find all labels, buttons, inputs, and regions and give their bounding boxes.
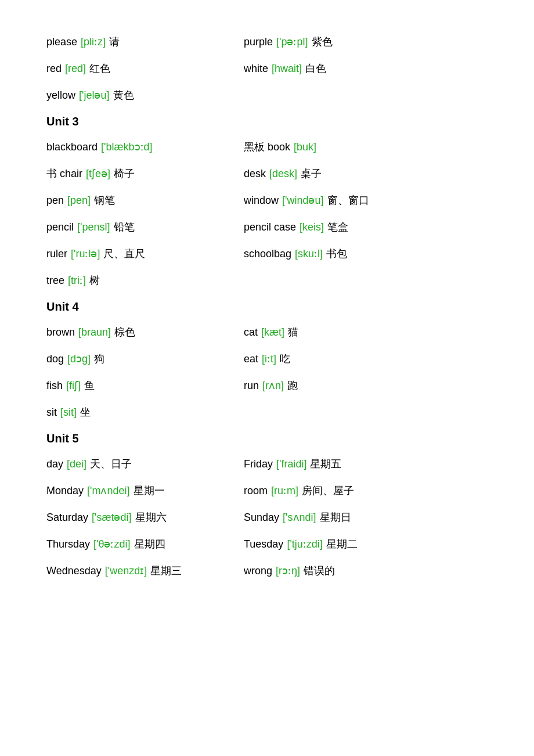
word-pair-right: Friday['fraidi]星期五 [244, 457, 441, 471]
word: 黑板 book [244, 140, 290, 154]
word-pair-right: purple['pəːpl]紫色 [244, 35, 441, 49]
section: please[pliːz]请purple['pəːpl]紫色red[red]红色… [46, 35, 488, 102]
word-row: Monday['mʌndei]星期一room[ruːm]房间、屋子 [46, 484, 488, 498]
word-pair-left: please[pliːz]请 [46, 35, 244, 49]
phonetic: [iːt] [262, 352, 276, 365]
phonetic: [braun] [78, 326, 111, 339]
word: Monday [46, 485, 84, 497]
word-row: red[red]红色white[hwait]白色 [46, 62, 488, 75]
phonetic: [hwait] [272, 63, 302, 75]
word-pair-left: tree[triː]树 [46, 273, 244, 287]
meaning: 钢笔 [94, 193, 115, 207]
word-pair-right: Tuesday['tjuːzdi]星期二 [244, 537, 441, 551]
word: sit [46, 406, 57, 419]
meaning: 坐 [80, 405, 91, 419]
word-pair-left: ruler['ruːlə]尺、直尺 [46, 247, 244, 261]
word-row: blackboard['blækbɔːd]黑板 book[buk] [46, 140, 488, 154]
word-pair-left: sit[sit]坐 [46, 405, 244, 419]
word-row: Saturday['sætədi]星期六Sunday['sʌndi]星期日 [46, 510, 488, 524]
phonetic: [fiʃ] [66, 379, 81, 392]
meaning: 房间、屋子 [302, 484, 354, 498]
word-pair-left: brown[braun]棕色 [46, 325, 244, 339]
word: wrong [244, 565, 272, 577]
meaning: 笔盒 [327, 220, 348, 234]
section: Unit 5day[dei]天、日子Friday['fraidi]星期五Mond… [46, 432, 488, 578]
meaning: 树 [89, 273, 100, 287]
meaning: 红色 [89, 62, 110, 75]
word: Tuesday [244, 538, 283, 550]
meaning: 棕色 [114, 325, 135, 339]
word: day [46, 458, 63, 470]
phonetic: [red] [65, 63, 86, 75]
word: cat [244, 326, 258, 339]
word-pair-right: run[rʌn]跑 [244, 379, 441, 393]
word-pair-right: window['windəu]窗、窗口 [244, 193, 441, 207]
meaning: 星期一 [134, 484, 165, 498]
word-row: dog[dɔg]狗eat[iːt]吃 [46, 352, 488, 366]
phonetic: [sit] [60, 406, 77, 419]
word: Wednesday [46, 565, 102, 577]
meaning: 狗 [94, 352, 104, 366]
phonetic: ['tjuːzdi] [287, 538, 322, 550]
word: purple [244, 36, 273, 48]
word-row: day[dei]天、日子Friday['fraidi]星期五 [46, 457, 488, 471]
word: schoolbag [244, 248, 291, 260]
phonetic: ['pensl] [77, 221, 110, 233]
word-pair-left: yellow['jeləu]黄色 [46, 88, 244, 102]
phonetic: ['pəːpl] [276, 35, 308, 48]
word-pair-left: Saturday['sætədi]星期六 [46, 510, 244, 524]
word: pencil case [244, 221, 296, 233]
phonetic: [buk] [294, 141, 316, 153]
word-pair-right: wrong[rɔːŋ]错误的 [244, 564, 441, 578]
word-pair-right: cat[kæt]猫 [244, 325, 441, 339]
phonetic: [pliːz] [81, 35, 106, 48]
phonetic: [skuːl] [295, 247, 323, 260]
word-row: ruler['ruːlə]尺、直尺schoolbag[skuːl]书包 [46, 247, 488, 261]
meaning: 铅笔 [114, 220, 135, 234]
word: brown [46, 326, 75, 339]
word-pair-left: Monday['mʌndei]星期一 [46, 484, 244, 498]
phonetic: [keis] [300, 221, 324, 233]
word: fish [46, 380, 63, 392]
meaning: 星期四 [134, 537, 165, 551]
word: window [244, 195, 279, 207]
word-pair-left: dog[dɔg]狗 [46, 352, 244, 366]
meaning: 星期五 [310, 457, 341, 471]
word-row: fish[fiʃ]鱼run[rʌn]跑 [46, 379, 488, 393]
word: run [244, 380, 259, 392]
word: eat [244, 353, 258, 365]
phonetic: [dɔg] [67, 352, 91, 365]
word-row: pencil['pensl]铅笔pencil case[keis]笔盒 [46, 220, 488, 234]
meaning: 天、日子 [90, 457, 132, 471]
phonetic: ['windəu] [282, 194, 323, 207]
unit-title: Unit 4 [46, 300, 488, 314]
meaning: 白色 [305, 62, 326, 75]
word-pair-left: blackboard['blækbɔːd] [46, 141, 244, 153]
meaning: 黄色 [113, 88, 134, 102]
meaning: 紫色 [312, 35, 333, 49]
word: red [46, 63, 62, 75]
meaning: 星期六 [135, 510, 167, 524]
word: ruler [46, 248, 67, 260]
word-row: Thursday['θəːzdi]星期四Tuesday['tjuːzdi]星期二 [46, 537, 488, 551]
word-row: tree[triː]树 [46, 273, 488, 287]
word: tree [46, 275, 64, 287]
word-row: 书 chair[tʃeə]椅子desk[desk]桌子 [46, 167, 488, 181]
phonetic: ['ruːlə] [71, 247, 100, 260]
meaning: 吃 [280, 352, 290, 366]
word: desk [244, 168, 266, 180]
meaning: 星期日 [320, 510, 351, 524]
word: dog [46, 353, 64, 365]
unit-title: Unit 3 [46, 115, 488, 128]
word-row: please[pliːz]请purple['pəːpl]紫色 [46, 35, 488, 49]
word: 书 chair [46, 167, 82, 181]
phonetic: ['sʌndi] [283, 511, 316, 524]
word-pair-right: desk[desk]桌子 [244, 167, 441, 181]
word: Thursday [46, 538, 90, 550]
word: pen [46, 195, 64, 207]
word-pair-left: Thursday['θəːzdi]星期四 [46, 537, 244, 551]
meaning: 星期二 [326, 537, 358, 551]
vocabulary-page: please[pliːz]请purple['pəːpl]紫色red[red]红色… [46, 35, 488, 578]
phonetic: [rʌn] [262, 379, 284, 392]
word-pair-right: pencil case[keis]笔盒 [244, 220, 441, 234]
